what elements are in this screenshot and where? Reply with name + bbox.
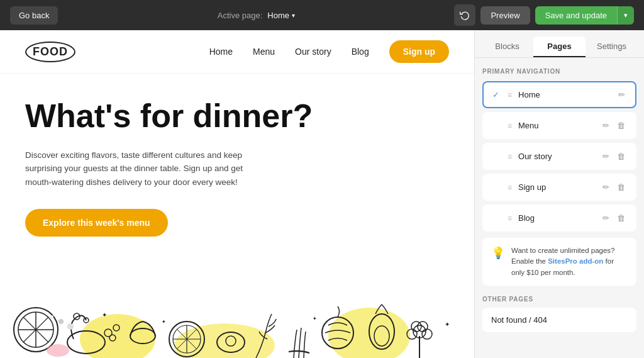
nav-link-home[interactable]: Home xyxy=(209,47,233,57)
hero-section: What's for dinner? Discover exciting fla… xyxy=(0,74,377,249)
main-layout: FOOD Home Menu Our story Blog Sign up Wh… xyxy=(0,30,644,358)
page-name-sign-up: Sign up xyxy=(518,182,595,192)
preview-area: FOOD Home Menu Our story Blog Sign up Wh… xyxy=(0,30,474,358)
page-item-sign-up[interactable]: ≡ Sign up ✏ 🗑 xyxy=(482,174,636,201)
drag-handle-icon[interactable]: ≡ xyxy=(508,183,512,192)
active-page-label: Active page: xyxy=(218,11,263,20)
svg-text:✦: ✦ xyxy=(445,321,450,328)
site-nav: FOOD Home Menu Our story Blog Sign up xyxy=(0,30,474,74)
nav-link-menu[interactable]: Menu xyxy=(253,47,275,57)
page-item-menu[interactable]: ≡ Menu ✏ 🗑 xyxy=(482,112,636,139)
hero-description: Discover exciting flavors, taste differe… xyxy=(25,148,264,189)
tab-pages[interactable]: Pages xyxy=(533,36,586,57)
history-button[interactable] xyxy=(454,4,475,26)
active-page-selector[interactable]: Home ▾ xyxy=(267,11,295,20)
page-item-blog[interactable]: ≡ Blog ✏ 🗑 xyxy=(482,204,636,232)
delete-page-our-story-button[interactable]: 🗑 xyxy=(616,152,626,161)
chevron-down-icon: ▾ xyxy=(292,12,295,19)
nav-link-blog[interactable]: Blog xyxy=(352,47,369,57)
page-actions-menu: ✏ 🗑 xyxy=(601,121,626,130)
page-actions-blog: ✏ 🗑 xyxy=(601,213,626,223)
svg-text:✦: ✦ xyxy=(313,316,317,322)
page-actions-sign-up: ✏ 🗑 xyxy=(601,182,626,192)
panel-content: PRIMARY NAVIGATION ✓ ≡ Home ✏ ≡ Menu ✏ 🗑 xyxy=(475,58,644,358)
sites-pro-link[interactable]: SitesPro add-on xyxy=(548,257,603,265)
go-back-button[interactable]: Go back xyxy=(10,6,58,25)
panel-tabs: Blocks Pages Settings xyxy=(475,30,644,58)
primary-nav-label: PRIMARY NAVIGATION xyxy=(482,68,636,75)
edit-page-sign-up-button[interactable]: ✏ xyxy=(601,182,611,192)
page-item-our-story[interactable]: ≡ Our story ✏ 🗑 xyxy=(482,143,636,170)
signup-button[interactable]: Sign up xyxy=(389,40,449,63)
drag-handle-icon[interactable]: ≡ xyxy=(508,152,512,161)
save-button[interactable]: Save and update xyxy=(535,6,617,25)
delete-page-sign-up-button[interactable]: 🗑 xyxy=(616,182,626,192)
drag-handle-icon[interactable]: ≡ xyxy=(508,121,512,130)
tab-settings[interactable]: Settings xyxy=(586,36,638,57)
active-check-icon: ✓ xyxy=(492,90,501,99)
nav-link-our-story[interactable]: Our story xyxy=(295,47,331,57)
topbar: Go back Active page: Home ▾ Preview Save… xyxy=(0,0,644,30)
svg-text:✦: ✦ xyxy=(162,319,166,325)
food-illustration: ✦ ✦ ✦ ✦ xyxy=(0,270,474,358)
upgrade-text: Want to create unlimited pages? Enable t… xyxy=(511,245,628,278)
upgrade-banner: 💡 Want to create unlimited pages? Enable… xyxy=(482,238,636,286)
drag-handle-icon[interactable]: ≡ xyxy=(508,214,512,223)
page-name-blog: Blog xyxy=(518,213,595,223)
svg-point-39 xyxy=(47,344,69,357)
right-panel: Blocks Pages Settings PRIMARY NAVIGATION… xyxy=(474,30,644,358)
edit-page-our-story-button[interactable]: ✏ xyxy=(601,152,611,161)
svg-point-29 xyxy=(422,329,432,339)
tab-blocks[interactable]: Blocks xyxy=(481,36,533,57)
svg-point-37 xyxy=(67,323,74,330)
edit-page-home-button[interactable]: ✏ xyxy=(617,90,626,99)
svg-text:✦: ✦ xyxy=(102,311,107,318)
svg-point-36 xyxy=(58,319,64,324)
page-name-our-story: Our story xyxy=(518,152,595,161)
edit-page-menu-button[interactable]: ✏ xyxy=(601,121,611,130)
page-item-not-found[interactable]: Not found / 404 xyxy=(482,308,636,332)
hero-title: What's for dinner? xyxy=(25,99,352,133)
drag-handle-icon[interactable]: ≡ xyxy=(508,91,512,99)
explore-cta-button[interactable]: Explore this week's menu xyxy=(25,209,168,237)
site-nav-links: Home Menu Our story Blog xyxy=(209,47,369,57)
other-pages-label: OTHER PAGES xyxy=(482,296,636,303)
edit-page-blog-button[interactable]: ✏ xyxy=(601,213,611,223)
page-name-menu: Menu xyxy=(518,121,595,130)
upgrade-icon: 💡 xyxy=(491,246,505,260)
page-name-home: Home xyxy=(518,90,611,99)
page-actions-home: ✏ xyxy=(617,90,626,99)
save-dropdown-button[interactable]: ▾ xyxy=(617,6,634,25)
save-button-group: Save and update ▾ xyxy=(535,6,634,25)
delete-page-menu-button[interactable]: 🗑 xyxy=(616,121,626,130)
site-logo: FOOD xyxy=(25,42,75,62)
delete-page-blog-button[interactable]: 🗑 xyxy=(616,213,626,223)
page-actions-our-story: ✏ 🗑 xyxy=(601,152,626,161)
svg-point-38 xyxy=(50,315,53,319)
preview-button[interactable]: Preview xyxy=(480,6,530,25)
page-item-home[interactable]: ✓ ≡ Home ✏ xyxy=(482,81,636,108)
svg-point-0 xyxy=(80,314,155,358)
